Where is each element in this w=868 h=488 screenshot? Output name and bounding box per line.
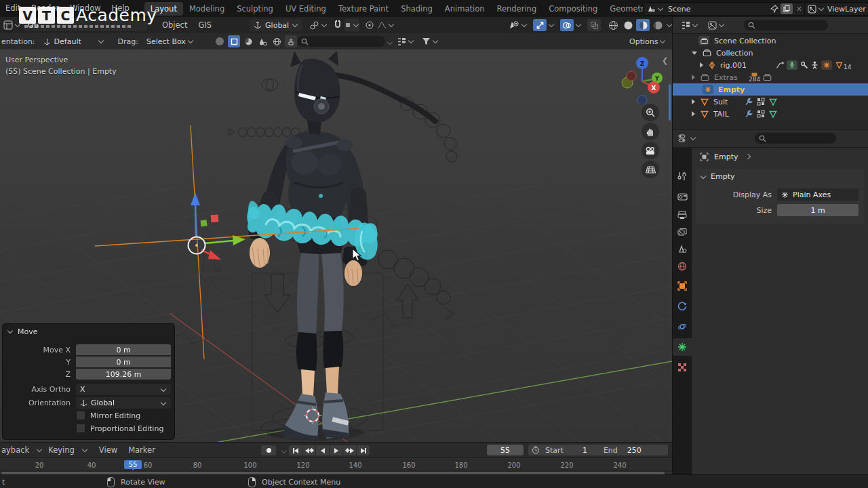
outliner-row-empty-selected[interactable]: Empty [673,83,868,96]
outliner-filter-button[interactable] [708,21,725,30]
size-field[interactable]: 1 m [777,204,859,216]
tab-modeling[interactable]: Modeling [183,2,231,16]
current-frame-field[interactable]: 55 [487,445,524,455]
proportional-editing-checkbox[interactable]: Proportional Editing [76,424,163,433]
play-button[interactable] [330,445,342,455]
outliner-row-collection[interactable]: Collection [673,47,868,59]
properties-search-input[interactable] [755,133,836,144]
menu-keying[interactable]: Keying [43,443,80,458]
pin-icon[interactable] [770,5,778,13]
new-scene-button[interactable] [781,3,793,14]
zoom-view-button[interactable] [642,104,659,121]
tweak-tool-button[interactable] [214,35,226,47]
mirror-editing-checkbox[interactable]: Mirror Editing [76,411,140,420]
pie-tool-button[interactable] [242,35,254,47]
tab-world[interactable] [673,258,692,275]
mesh-data-icon[interactable] [769,98,777,106]
clock-icon[interactable] [532,446,540,454]
shading-rendered-button[interactable] [651,19,665,31]
animation-icon[interactable] [776,62,785,69]
menu-view[interactable]: View [94,443,123,458]
tab-shading[interactable]: Shading [395,2,439,16]
playhead-badge[interactable]: 55 [124,460,142,469]
toggle-perspective-button[interactable] [642,161,659,178]
outliner-display-mode[interactable] [681,21,698,30]
tab-scene[interactable] [673,240,692,258]
outliner-row-tail[interactable]: TAIL [673,108,868,120]
xray-toggle[interactable] [587,19,601,31]
shading-solid-button[interactable] [621,19,635,31]
region-scrollbar[interactable] [669,84,671,121]
chevron-down-icon[interactable] [281,448,287,453]
outliner-row-scene-collection[interactable]: Scene Collection [673,35,868,47]
select-box-tool-button[interactable] [228,35,240,47]
pan-view-button[interactable] [642,123,659,140]
move-panel-header[interactable]: Move [3,324,174,339]
tab-object[interactable] [673,277,692,295]
axis-neg-z-ball[interactable] [637,96,647,104]
disclosure-icon[interactable] [692,111,695,117]
move-z-field[interactable]: 109.26 m [76,369,171,380]
transform-orientation[interactable]: Global [250,19,302,31]
tab-view-layer[interactable] [673,223,692,241]
tools-icon[interactable] [800,61,808,69]
tab-compositing[interactable]: Compositing [542,2,604,16]
droplet-tool-button[interactable] [256,35,269,47]
wrench-icon[interactable] [745,110,753,118]
move-y-field[interactable]: 0 m [76,357,171,367]
wrench-icon[interactable] [745,98,753,106]
shading-wireframe-button[interactable] [606,19,620,31]
orientation-dropdown[interactable]: Global [76,397,171,409]
menu-object[interactable]: Object [157,17,193,34]
mesh-data-icon[interactable] [769,110,777,118]
tool-search-input[interactable] [297,36,385,47]
navigation-gizmo[interactable]: Z Y X [616,53,667,104]
tab-output[interactable] [673,206,692,224]
tab-render[interactable] [673,188,692,205]
visibility-dropdown[interactable] [509,20,528,30]
end-value[interactable]: 250 [627,446,642,455]
modifier-icon[interactable] [757,98,765,106]
tab-sculpting[interactable]: Sculpting [231,2,279,16]
overlays-toggle[interactable] [560,19,574,31]
tab-constraints[interactable] [673,298,692,315]
display-as-dropdown[interactable]: Plain Axes [777,188,859,201]
sidebar-collapse-arrow[interactable]: ❮ [662,56,668,65]
options-button[interactable]: Options [629,37,666,46]
start-value[interactable]: 1 [583,446,587,455]
move-x-field[interactable]: 0 m [76,344,171,355]
outliner-search-input[interactable] [744,20,828,30]
outliner-row-rig[interactable]: rig.001 14 [673,59,868,71]
disclosure-icon[interactable] [700,62,703,68]
auto-keying-button[interactable] [261,445,276,455]
menu-marker[interactable]: Marker [123,443,161,458]
outliner-row-suit[interactable]: Suit [673,96,868,108]
drag-dropdown[interactable]: Select Box [142,35,198,47]
pose-icon[interactable] [787,60,797,70]
menu-playback[interactable]: ayback [0,443,35,458]
disclosure-icon[interactable] [692,75,695,80]
pivot-point-button[interactable] [309,20,328,30]
outliner-row-extras[interactable]: Extras 284 [673,71,868,83]
scene-selector[interactable]: Scene ✕ [643,2,807,16]
filter-button[interactable] [422,37,439,45]
disclosure-icon[interactable] [692,99,695,104]
tab-texture[interactable] [673,359,692,376]
axis-neg-x-ball[interactable] [627,71,636,81]
viewlayer-selector[interactable]: ViewLayer [804,2,868,16]
tab-texture-paint[interactable]: Texture Paint [332,2,395,16]
snap-toggle[interactable] [333,20,342,31]
modifier-icon[interactable] [757,110,765,118]
tab-uv-editing[interactable]: UV Editing [279,2,332,16]
tab-animation[interactable]: Animation [439,2,491,16]
unlink-scene-button[interactable]: ✕ [795,5,804,14]
prev-keyframe-button[interactable] [302,445,315,455]
person-icon[interactable] [811,61,818,69]
next-keyframe-button[interactable] [343,445,356,455]
menu-gis[interactable]: GIS [193,17,217,34]
vertex-group-icon[interactable] [835,62,843,69]
breadcrumb-object-name[interactable]: Empty [714,152,738,161]
jump-to-start-button[interactable] [289,445,302,455]
properties-editor-type[interactable] [678,134,696,143]
empty-data-icon[interactable] [821,60,832,70]
